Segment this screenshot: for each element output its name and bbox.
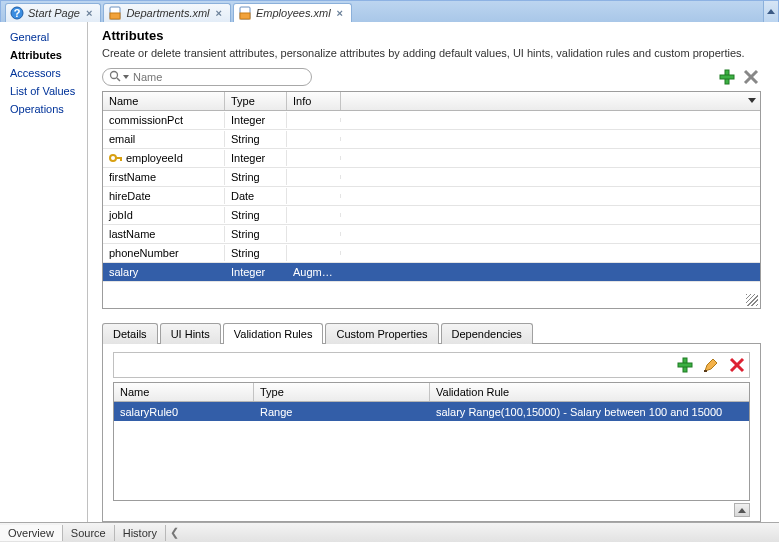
search-input[interactable] bbox=[133, 71, 305, 83]
close-icon[interactable]: × bbox=[335, 7, 345, 19]
cell-name: employeeId bbox=[103, 150, 225, 166]
column-menu-icon[interactable] bbox=[748, 98, 756, 103]
doc-tab-label: Departments.xml bbox=[126, 7, 209, 19]
scroll-up-button[interactable] bbox=[763, 1, 778, 22]
key-icon bbox=[109, 153, 123, 163]
cell-info bbox=[287, 213, 341, 217]
cell-info bbox=[287, 156, 341, 160]
svg-rect-18 bbox=[678, 363, 692, 367]
subtab-dependencies[interactable]: Dependencies bbox=[441, 323, 533, 344]
col-header-spacer bbox=[341, 92, 760, 110]
svg-rect-11 bbox=[720, 75, 734, 79]
table-row[interactable]: jobIdString bbox=[103, 206, 760, 225]
add-attribute-button[interactable] bbox=[717, 67, 737, 87]
table-row[interactable]: employeeIdInteger bbox=[103, 149, 760, 168]
xml-doc-icon bbox=[238, 6, 252, 20]
page-description: Create or delete transient attributes, p… bbox=[102, 47, 761, 59]
rules-col-type[interactable]: Type bbox=[254, 383, 430, 401]
table-row[interactable]: firstNameString bbox=[103, 168, 760, 187]
search-icon bbox=[109, 70, 121, 84]
close-icon[interactable]: × bbox=[84, 7, 94, 19]
view-tab-history[interactable]: History bbox=[115, 525, 166, 541]
cell-info bbox=[287, 251, 341, 255]
panel-scroll-up-button[interactable] bbox=[734, 503, 750, 517]
view-tab-overview[interactable]: Overview bbox=[0, 525, 63, 541]
cell-type: Date bbox=[225, 188, 287, 204]
table-row[interactable]: commissionPctInteger bbox=[103, 111, 760, 130]
table-row[interactable]: hireDateDate bbox=[103, 187, 760, 206]
search-input-wrapper[interactable] bbox=[102, 68, 312, 86]
subtab-validation-rules[interactable]: Validation Rules bbox=[223, 323, 324, 344]
doc-tab-departments[interactable]: Departments.xml × bbox=[103, 3, 231, 23]
table-row[interactable]: lastNameString bbox=[103, 225, 760, 244]
view-tabs-bar: Overview Source History ❮ bbox=[0, 522, 779, 542]
cell-info bbox=[287, 194, 341, 198]
col-header-type[interactable]: Type bbox=[225, 92, 287, 110]
cell-info bbox=[287, 232, 341, 236]
sidebar-item-accessors[interactable]: Accessors bbox=[0, 64, 87, 82]
sidebar-item-list-of-values[interactable]: List of Values bbox=[0, 82, 87, 100]
cell-info: Augmen... bbox=[287, 264, 341, 280]
tabs-scroll-left-icon[interactable]: ❮ bbox=[168, 526, 182, 540]
table-row[interactable]: salaryIntegerAugmen... bbox=[103, 263, 760, 282]
rules-col-name[interactable]: Name bbox=[114, 383, 254, 401]
svg-rect-5 bbox=[240, 13, 250, 19]
resize-grip[interactable] bbox=[746, 294, 758, 306]
document-tabs-bar: ? Start Page × Departments.xml × Employe… bbox=[1, 1, 778, 23]
cell-name: firstName bbox=[103, 169, 225, 185]
rules-grid: Name Type Validation Rule salaryRule0Ran… bbox=[113, 382, 750, 501]
search-options-dropdown-icon[interactable] bbox=[123, 75, 129, 79]
cell-type: String bbox=[225, 131, 287, 147]
attributes-grid: Name Type Info commissionPctIntegeremail… bbox=[102, 91, 761, 309]
svg-line-9 bbox=[117, 78, 120, 81]
edit-rule-button[interactable] bbox=[701, 355, 721, 375]
cell-type: Integer bbox=[225, 112, 287, 128]
cell-type: String bbox=[225, 245, 287, 261]
page-title: Attributes bbox=[102, 28, 761, 43]
info-circle-icon: ? bbox=[10, 6, 24, 20]
rules-grid-body[interactable]: salaryRule0Rangesalary Range(100,15000) … bbox=[114, 402, 749, 500]
cell-rule-name: salaryRule0 bbox=[114, 404, 254, 420]
cell-info bbox=[287, 137, 341, 141]
cell-type: Integer bbox=[225, 264, 287, 280]
cell-type: Integer bbox=[225, 150, 287, 166]
sidebar-item-operations[interactable]: Operations bbox=[0, 100, 87, 118]
doc-tab-label: Start Page bbox=[28, 7, 80, 19]
col-header-name[interactable]: Name bbox=[103, 92, 225, 110]
rules-toolbar bbox=[113, 352, 750, 378]
svg-rect-20 bbox=[704, 370, 707, 372]
col-header-info[interactable]: Info bbox=[287, 92, 341, 110]
doc-tab-start-page[interactable]: ? Start Page × bbox=[5, 3, 101, 23]
delete-rule-button[interactable] bbox=[727, 355, 747, 375]
cell-info bbox=[287, 118, 341, 122]
view-tab-source[interactable]: Source bbox=[63, 525, 115, 541]
subtab-custom-properties[interactable]: Custom Properties bbox=[325, 323, 438, 344]
subtab-ui-hints[interactable]: UI Hints bbox=[160, 323, 221, 344]
subtab-details[interactable]: Details bbox=[102, 323, 158, 344]
cell-name: phoneNumber bbox=[103, 245, 225, 261]
svg-point-8 bbox=[111, 72, 118, 79]
rules-col-rule[interactable]: Validation Rule bbox=[430, 383, 749, 401]
rules-grid-header: Name Type Validation Rule bbox=[114, 383, 749, 402]
attributes-toolbar bbox=[102, 67, 761, 87]
section-sidebar: General Attributes Accessors List of Val… bbox=[0, 22, 88, 522]
cell-name: commissionPct bbox=[103, 112, 225, 128]
rule-row[interactable]: salaryRule0Rangesalary Range(100,15000) … bbox=[114, 402, 749, 421]
sidebar-item-general[interactable]: General bbox=[0, 28, 87, 46]
doc-tab-employees[interactable]: Employees.xml × bbox=[233, 3, 352, 23]
main-panel: Attributes Create or delete transient at… bbox=[88, 22, 779, 522]
sidebar-item-attributes[interactable]: Attributes bbox=[0, 46, 87, 64]
table-row[interactable]: phoneNumberString bbox=[103, 244, 760, 263]
xml-doc-icon bbox=[108, 6, 122, 20]
close-icon[interactable]: × bbox=[214, 7, 224, 19]
cell-name: jobId bbox=[103, 207, 225, 223]
delete-attribute-button[interactable] bbox=[741, 67, 761, 87]
detail-subtabs: Details UI Hints Validation Rules Custom… bbox=[102, 323, 761, 344]
table-row[interactable]: emailString bbox=[103, 130, 760, 149]
cell-rule-text: salary Range(100,15000) - Salary between… bbox=[430, 404, 749, 420]
add-rule-button[interactable] bbox=[675, 355, 695, 375]
cell-name: hireDate bbox=[103, 188, 225, 204]
grid-body[interactable]: commissionPctIntegeremailStringemployeeI… bbox=[103, 111, 760, 306]
cell-info bbox=[287, 175, 341, 179]
cell-type: String bbox=[225, 207, 287, 223]
